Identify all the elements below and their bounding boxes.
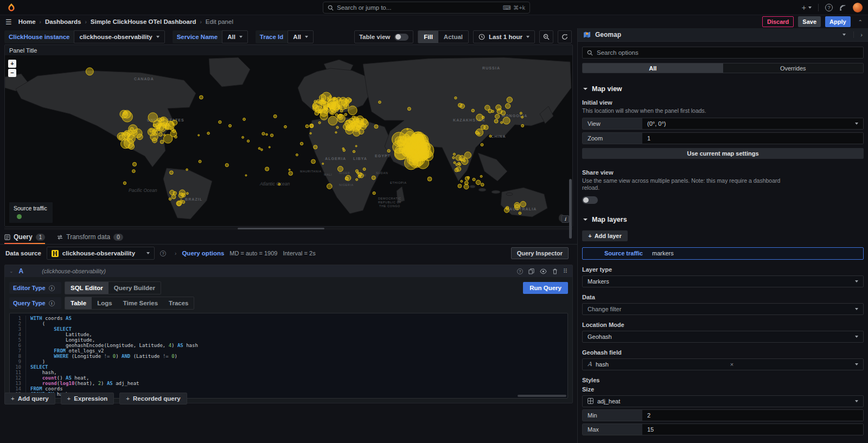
visualization-picker-header[interactable]: Geomap ›	[578, 28, 868, 42]
map-attribution-button[interactable]: i	[561, 215, 569, 223]
query-type-time-series[interactable]: Time Series	[118, 297, 163, 309]
datasource-help-icon[interactable]: ?	[160, 251, 166, 256]
map-view-section-header[interactable]: Map view	[582, 85, 864, 93]
discard-button[interactable]: Discard	[762, 16, 794, 27]
global-search-input[interactable]: Search or jump to... ⌨⌘+k	[323, 2, 530, 14]
query-help-icon[interactable]: ?	[517, 268, 523, 274]
variable-value-service-name[interactable]: All	[222, 30, 248, 43]
min-input[interactable]: 2	[642, 410, 863, 421]
collapse-chevron-icon[interactable]: ⌃	[858, 19, 863, 25]
breadcrumb-home[interactable]: Home	[18, 18, 36, 25]
zoom-input[interactable]: 1	[642, 133, 863, 144]
map-marker	[171, 195, 176, 199]
time-range-picker[interactable]: Last 1 hour	[473, 30, 535, 43]
variable-value-trace-id[interactable]: All	[288, 30, 314, 43]
add-layer-button[interactable]: +Add layer	[582, 230, 628, 241]
help-icon[interactable]: ?	[825, 4, 833, 11]
location-mode-select[interactable]: Geohash	[582, 331, 864, 343]
query-inspector-button[interactable]: Query Inspector	[511, 247, 569, 259]
breadcrumb-bar: ☰ Home › Dashboards › Simple ClickHouse …	[0, 15, 868, 28]
sql-line: 12 count() AS heat,	[10, 375, 567, 381]
query-ref-id: A	[19, 267, 24, 275]
editor-scrollbar[interactable]	[518, 395, 566, 397]
geohash-field-select[interactable]: A hash ×	[582, 358, 864, 370]
layer-item-source-traffic[interactable]: Source traffic markers	[582, 247, 864, 260]
grafana-logo[interactable]	[7, 3, 16, 12]
chevron-down-icon[interactable]	[843, 34, 846, 36]
query-type-logs[interactable]: Logs	[92, 297, 117, 309]
geomap-canvas[interactable]: RUSSIACANADAUNITED STATESKAZAKHSTANMONGO…	[5, 55, 572, 226]
refresh-button[interactable]	[558, 30, 572, 43]
tab-transform-data[interactable]: Transform data 0	[57, 230, 123, 244]
layer-type-select[interactable]: Markers	[582, 275, 864, 287]
query-row-header[interactable]: ⌄ A (clickhouse-observability) ? ⠿	[5, 265, 572, 277]
view-select[interactable]: (0°, 0°)	[642, 118, 863, 129]
breadcrumb-dashboard-name[interactable]: Simple ClickHouse OTel Dashboard	[91, 18, 196, 25]
map-marker	[186, 192, 188, 195]
map-marker	[342, 147, 344, 149]
duplicate-icon[interactable]	[528, 268, 534, 274]
plus-icon: +	[588, 233, 591, 239]
share-view-toggle[interactable]	[582, 196, 598, 204]
map-marker	[454, 162, 456, 164]
data-filter-select[interactable]: Change filter	[582, 303, 864, 315]
use-current-map-settings-button[interactable]: Use current map settings	[582, 148, 864, 159]
expression-button[interactable]: +Expression	[61, 393, 114, 405]
table-view-switch[interactable]	[394, 34, 409, 41]
apply-button[interactable]: Apply	[825, 16, 851, 27]
sql-editor-option[interactable]: SQL Editor	[65, 282, 108, 294]
map-layers-section-header[interactable]: Map layers	[582, 216, 864, 223]
chevron-down-icon[interactable]: ⌄	[9, 268, 14, 274]
run-query-button[interactable]: Run Query	[523, 282, 568, 294]
add-menu-button[interactable]: +	[802, 3, 812, 12]
tab-overrides[interactable]: Overrides	[723, 63, 864, 73]
map-marker	[503, 117, 510, 124]
map-marker	[262, 132, 265, 135]
query-options-toggle[interactable]: Query options	[182, 250, 224, 256]
map-label: MAURITANIA	[300, 170, 322, 173]
actual-option[interactable]: Actual	[438, 31, 468, 43]
editor-type-segment: SQL Editor Query Builder	[65, 281, 161, 294]
trash-icon[interactable]	[552, 268, 558, 274]
collapse-pane-icon[interactable]: ›	[853, 31, 863, 38]
map-marker	[258, 147, 260, 150]
breadcrumb-dashboards[interactable]: Dashboards	[45, 18, 81, 25]
map-label: NIGERIA	[339, 183, 354, 187]
map-label: AUSTRALIA	[509, 207, 537, 211]
zoom-out-time-button[interactable]	[539, 30, 553, 43]
avatar[interactable]	[853, 3, 863, 12]
variable-value-clickhouse-instance[interactable]: clickhouse-observability	[74, 30, 164, 43]
size-field-select[interactable]: adj_heat	[582, 395, 864, 407]
query-type-table[interactable]: Table	[65, 297, 92, 309]
chevron-down-icon	[855, 363, 858, 365]
clear-icon[interactable]: ×	[730, 361, 733, 368]
datasource-picker[interactable]: clickhouse-observability	[47, 247, 155, 260]
map-marker	[473, 178, 475, 181]
sql-line: 11 hash,	[10, 370, 567, 375]
map-zoom-out-button[interactable]: −	[8, 69, 16, 77]
max-input[interactable]: 15	[642, 424, 863, 435]
drag-handle-icon[interactable]: ⠿	[563, 268, 568, 275]
add-query-button[interactable]: +Add query	[4, 393, 55, 405]
save-button[interactable]: Save	[798, 16, 821, 27]
query-type-label: Query Typei	[9, 297, 61, 309]
panel-title[interactable]: Panel Title	[5, 45, 572, 55]
options-search-input[interactable]: Search options	[582, 47, 864, 59]
sql-code-editor[interactable]: 1WITH coords AS2 (3 SELECT4 Latitude,5 L…	[9, 313, 568, 399]
recorded-query-button[interactable]: +Recorded query	[119, 393, 187, 405]
hamburger-menu-icon[interactable]: ☰	[5, 18, 12, 26]
map-marker	[245, 175, 247, 176]
map-zoom-in-button[interactable]: +	[8, 60, 16, 68]
query-builder-option[interactable]: Query Builder	[108, 282, 161, 294]
sql-line: 7 FROM otel_logs_v2	[10, 348, 567, 354]
map-marker	[163, 125, 167, 128]
fill-option[interactable]: Fill	[418, 31, 438, 43]
table-view-toggle[interactable]: Table view	[354, 30, 413, 43]
hide-response-eye-icon[interactable]	[540, 268, 547, 274]
query-icon	[4, 234, 10, 240]
news-icon[interactable]	[839, 4, 846, 11]
zoom-field-row: Zoom 1	[582, 132, 864, 144]
tab-all[interactable]: All	[583, 63, 723, 73]
tab-query[interactable]: Query 1	[4, 230, 45, 244]
query-type-traces[interactable]: Traces	[163, 297, 194, 309]
